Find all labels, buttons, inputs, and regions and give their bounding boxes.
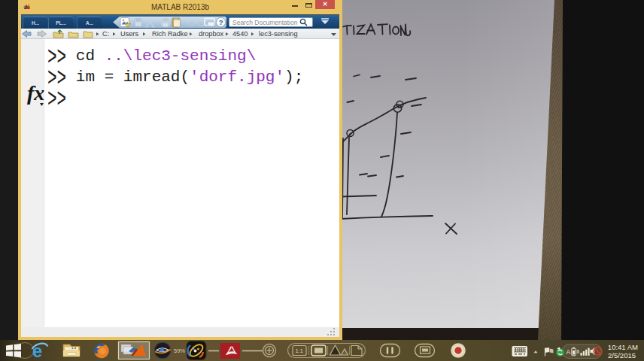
svg-text:Rich Radke: Rich Radke [152,30,188,38]
svg-text:2/5/2015: 2/5/2015 [608,351,636,359]
svg-text:A: A [567,348,571,356]
svg-text:4540: 4540 [232,30,248,38]
svg-text:?: ? [219,18,223,26]
svg-text:dropbox: dropbox [199,30,224,38]
svg-text:Users: Users [120,30,138,38]
svg-text:10:41 AM: 10:41 AM [608,343,638,351]
svg-text:lec3-sensing: lec3-sensing [259,30,298,38]
svg-text:1:1: 1:1 [296,347,303,354]
svg-text:C:: C: [102,30,109,38]
svg-text:59%: 59% [174,347,185,354]
